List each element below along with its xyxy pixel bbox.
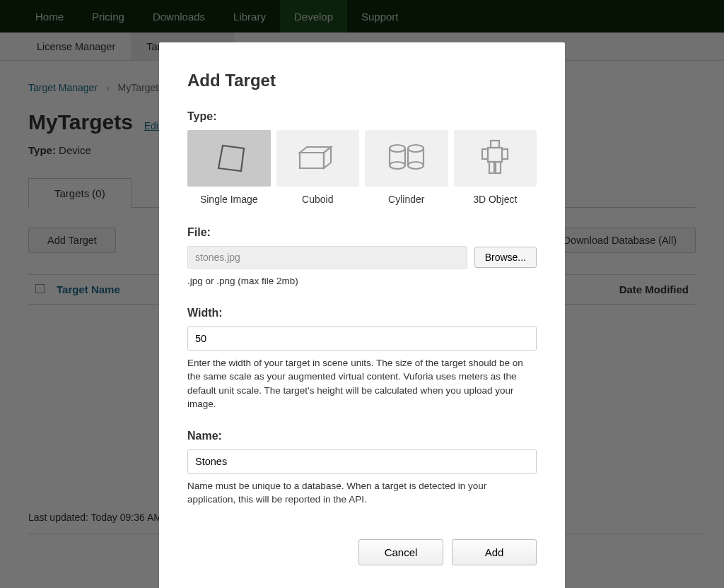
3d-object-icon — [481, 138, 509, 180]
file-help-text: .jpg or .png (max file 2mb) — [187, 274, 537, 288]
type-option-label: 3D Object — [454, 194, 537, 205]
width-input[interactable] — [187, 327, 537, 351]
cancel-button[interactable]: Cancel — [358, 539, 443, 565]
name-label: Name: — [187, 430, 537, 442]
type-grid: Single Image Cuboid Cylinder — [187, 130, 537, 205]
type-option-cuboid[interactable]: Cuboid — [276, 130, 360, 205]
name-help-text: Name must be unique to a database. When … — [187, 479, 537, 507]
type-option-label: Cylinder — [365, 194, 448, 205]
type-option-3d-object[interactable]: 3D Object — [454, 130, 537, 205]
width-label: Width: — [187, 307, 537, 319]
svg-point-6 — [408, 145, 424, 152]
type-option-cylinder[interactable]: Cylinder — [365, 130, 448, 205]
name-input[interactable] — [187, 449, 537, 474]
svg-rect-11 — [502, 149, 508, 159]
svg-point-4 — [390, 145, 405, 152]
svg-marker-3 — [324, 147, 331, 168]
svg-rect-12 — [489, 162, 494, 173]
modal-actions: Cancel Add — [187, 539, 537, 565]
svg-rect-10 — [482, 149, 488, 159]
type-option-label: Single Image — [187, 194, 271, 205]
add-button[interactable]: Add — [452, 539, 537, 565]
browse-button[interactable]: Browse... — [474, 247, 537, 268]
width-help-text: Enter the width of your target in scene … — [187, 356, 537, 411]
svg-point-5 — [390, 162, 405, 169]
svg-point-7 — [408, 162, 424, 169]
svg-marker-0 — [218, 146, 244, 171]
svg-marker-1 — [300, 153, 324, 168]
type-section-label: Type: — [187, 110, 537, 123]
cylinder-icon — [385, 141, 428, 176]
svg-rect-9 — [488, 148, 502, 162]
type-option-single-image[interactable]: Single Image — [187, 130, 271, 205]
type-option-label: Cuboid — [276, 194, 360, 205]
svg-rect-13 — [496, 162, 501, 173]
cuboid-icon — [296, 143, 339, 175]
file-label: File: — [187, 226, 537, 239]
modal-title: Add Target — [187, 71, 537, 90]
file-name-display: stones.jpg — [187, 246, 467, 269]
svg-rect-8 — [491, 141, 499, 148]
single-image-icon — [210, 141, 248, 176]
add-target-modal: Add Target Type: Single Image Cuboid Cyl… — [159, 42, 565, 588]
